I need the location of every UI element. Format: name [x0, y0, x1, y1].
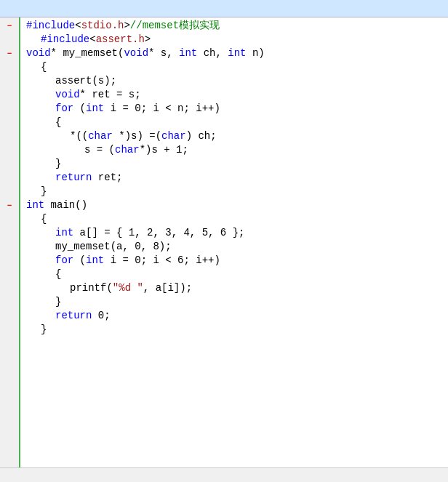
gutter-line-21 [0, 309, 19, 323]
token: #include [26, 19, 75, 33]
token: { [55, 116, 61, 129]
token: > [124, 19, 129, 33]
token: ( [73, 102, 86, 116]
token: stdio.h [81, 19, 124, 33]
token: i = 0; i < n; i++) [104, 102, 220, 116]
token: * my_memset( [51, 47, 124, 60]
footer [0, 467, 448, 482]
editor-body: −−− #include<stdio.h>//memset模拟实现#includ… [0, 17, 448, 467]
code-line-21: return 0; [23, 309, 445, 323]
token: { [41, 212, 47, 226]
code-line-1: #include<assert.h> [23, 33, 445, 47]
token: void [124, 47, 148, 60]
token: int [228, 47, 246, 60]
token: , a[i]); [143, 281, 192, 295]
code-line-13: int main() [23, 198, 445, 212]
gutter-line-13[interactable]: − [0, 198, 19, 212]
gutter-line-16 [0, 240, 19, 254]
gutter-line-22 [0, 323, 19, 337]
token: } [55, 295, 61, 309]
code-line-5: void* ret = s; [23, 88, 445, 102]
token: #include [41, 33, 89, 47]
token: * ret = s; [80, 88, 141, 102]
token: int [179, 47, 197, 60]
token: //memset模拟实现 [130, 19, 220, 33]
editor-container: −−− #include<stdio.h>//memset模拟实现#includ… [0, 0, 448, 482]
token: printf [70, 281, 106, 295]
token: return [55, 309, 92, 323]
code-line-9: s = (char*)s + 1; [23, 143, 445, 157]
gutter-line-7 [0, 116, 19, 129]
code-line-19: printf("%d ", a[i]); [23, 281, 445, 295]
code-line-10: } [23, 157, 445, 171]
gutter-line-10 [0, 157, 19, 171]
token: s = ( [84, 143, 115, 157]
token: return [55, 171, 92, 185]
token: char [115, 143, 140, 157]
token: ret; [92, 171, 122, 185]
gutter-line-9 [0, 143, 19, 157]
gutter-line-11 [0, 171, 19, 185]
gutter-line-19 [0, 281, 19, 295]
gutter-line-0[interactable]: − [0, 19, 19, 33]
token: ( [106, 281, 112, 295]
gutter-line-12 [0, 185, 19, 198]
token: 0; [92, 309, 110, 323]
token: > [145, 33, 151, 47]
token: < [75, 19, 81, 33]
token: ) ch; [186, 129, 217, 143]
token: assert.h [96, 33, 145, 47]
token: assert [55, 74, 92, 88]
code-line-22: } [23, 323, 445, 337]
token: < [89, 33, 95, 47]
token: * s, [148, 47, 179, 60]
gutter-line-20 [0, 295, 19, 309]
token: (a, 0, 8); [111, 240, 172, 254]
code-line-14: { [23, 212, 445, 226]
token: a[] = { 1, 2, 3, 4, 5, 6 }; [73, 226, 244, 240]
token: *(( [70, 129, 88, 143]
code-line-11: return ret; [23, 171, 445, 185]
token: } [41, 185, 47, 198]
code-line-8: *((char *)s) =(char) ch; [23, 129, 445, 143]
gutter-line-8 [0, 129, 19, 143]
token: void [55, 88, 80, 102]
token: *)s + 1; [140, 143, 188, 157]
code-line-17: for (int i = 0; i < 6; i++) [23, 254, 445, 268]
gutter-line-5 [0, 88, 19, 102]
code-line-18: { [23, 268, 445, 281]
token: ch, [197, 47, 228, 60]
code-line-2: void* my_memset(void* s, int ch, int n) [23, 47, 445, 60]
gutter-line-6 [0, 102, 19, 116]
token: ( [73, 254, 86, 268]
gutter-line-17 [0, 254, 19, 268]
code-line-20: } [23, 295, 445, 309]
token: { [41, 60, 47, 74]
gutter-line-4 [0, 74, 19, 88]
token: char [88, 129, 113, 143]
gutter-line-14 [0, 212, 19, 226]
code-line-12: } [23, 185, 445, 198]
token: i = 0; i < 6; i++) [104, 254, 220, 268]
code-area[interactable]: #include<stdio.h>//memset模拟实现#include<as… [20, 17, 448, 467]
token: *)s) =( [113, 129, 161, 143]
code-line-0: #include<stdio.h>//memset模拟实现 [23, 19, 445, 33]
token: for [55, 254, 73, 268]
gutter-line-18 [0, 268, 19, 281]
code-line-6: for (int i = 0; i < n; i++) [23, 102, 445, 116]
token: int [86, 254, 104, 268]
code-line-7: { [23, 116, 445, 129]
code-line-3: { [23, 60, 445, 74]
token: "%d " [113, 281, 143, 295]
token: char [161, 129, 186, 143]
gutter-line-2[interactable]: − [0, 47, 19, 60]
token: } [55, 157, 61, 171]
token: int [55, 226, 73, 240]
gutter-line-1 [0, 33, 19, 47]
token: n) [247, 47, 265, 60]
token: for [55, 102, 73, 116]
token: { [55, 268, 61, 281]
token: (s); [92, 74, 116, 88]
code-line-4: assert(s); [23, 74, 445, 88]
gutter-line-3 [0, 60, 19, 74]
